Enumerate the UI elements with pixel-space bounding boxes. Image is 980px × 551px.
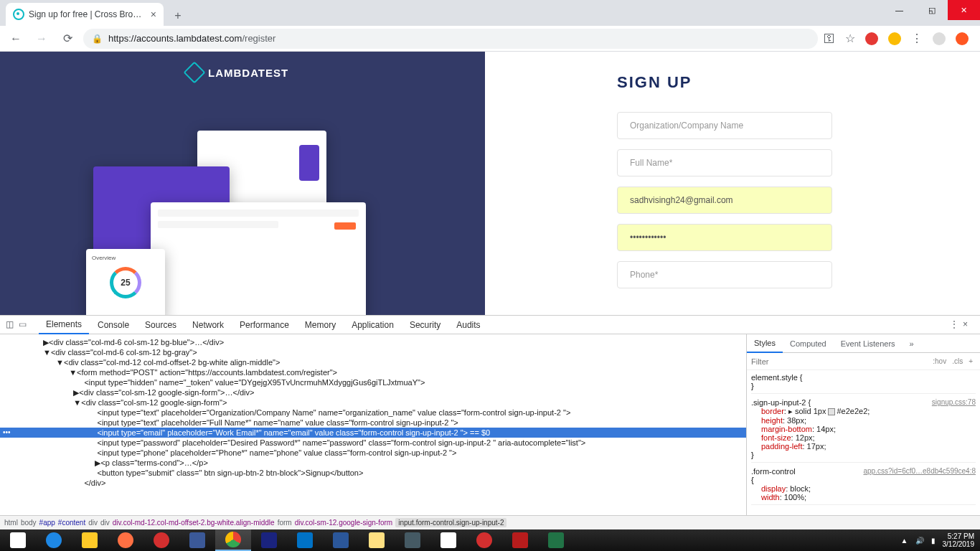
url-field[interactable]: 🔒 https://accounts.lambdatest.com/regist… — [83, 29, 818, 49]
lock-icon: 🔒 — [92, 34, 103, 44]
toolbar-icons: ⚿ ☆ ⋮ — [824, 32, 974, 45]
browser-tab-bar: Sign up for free | Cross Browser T × + — [0, 0, 980, 26]
illu-overview-card: Overview 25 — [86, 249, 165, 315]
donut-chart-icon: 25 — [110, 267, 141, 298]
browser-tab[interactable]: Sign up for free | Cross Browser T × — [6, 3, 164, 26]
hero-illustration: Overview 25 — [86, 131, 402, 315]
brand-logo: LAMBDATEST — [187, 65, 288, 80]
page-content: LAMBDATEST Overview 25 SIGN UP — [0, 52, 980, 315]
maximize-button[interactable]: ◱ — [915, 0, 948, 20]
close-button[interactable]: ✕ — [948, 0, 980, 20]
key-icon[interactable]: ⚿ — [824, 32, 835, 45]
form-panel: SIGN UP — [485, 52, 980, 315]
email-input[interactable] — [617, 187, 832, 214]
address-bar: ← → ⟳ 🔒 https://accounts.lambdatest.com/… — [0, 26, 980, 52]
back-button[interactable]: ← — [6, 29, 26, 49]
reload-button[interactable]: ⟳ — [57, 29, 77, 49]
signup-title: SIGN UP — [617, 73, 832, 92]
illu-button — [334, 222, 356, 230]
minimize-button[interactable]: — — [883, 0, 915, 20]
brand-name: LAMBDATEST — [208, 67, 288, 79]
window-controls: — ◱ ✕ — [883, 0, 980, 20]
logo-icon — [183, 61, 205, 83]
menu-dots-icon[interactable]: ⋮ — [911, 32, 923, 45]
org-input[interactable] — [617, 112, 832, 139]
url-path: /register — [242, 33, 275, 44]
signup-form: SIGN UP — [617, 73, 832, 288]
fullname-input[interactable] — [617, 149, 832, 176]
ext-icon-1[interactable] — [865, 32, 878, 45]
tab-close-icon[interactable]: × — [151, 9, 156, 20]
forward-button[interactable]: → — [32, 29, 52, 49]
overview-label: Overview — [92, 255, 159, 261]
illu-card-front — [151, 202, 366, 315]
favicon-icon — [13, 9, 24, 20]
ext-icon-2[interactable] — [888, 32, 901, 45]
new-tab-button[interactable]: + — [168, 6, 188, 26]
url-host: https://accounts.lambdatest.com — [108, 33, 242, 44]
hero-panel: LAMBDATEST Overview 25 — [0, 52, 485, 315]
profile-avatar-icon[interactable] — [933, 32, 946, 45]
bookmark-star-icon[interactable]: ☆ — [845, 32, 855, 45]
password-input[interactable] — [617, 224, 832, 251]
tab-title: Sign up for free | Cross Browser T — [29, 9, 146, 19]
phone-input[interactable] — [617, 261, 832, 288]
ext-icon-3[interactable] — [956, 32, 969, 45]
illu-phone — [299, 145, 319, 181]
